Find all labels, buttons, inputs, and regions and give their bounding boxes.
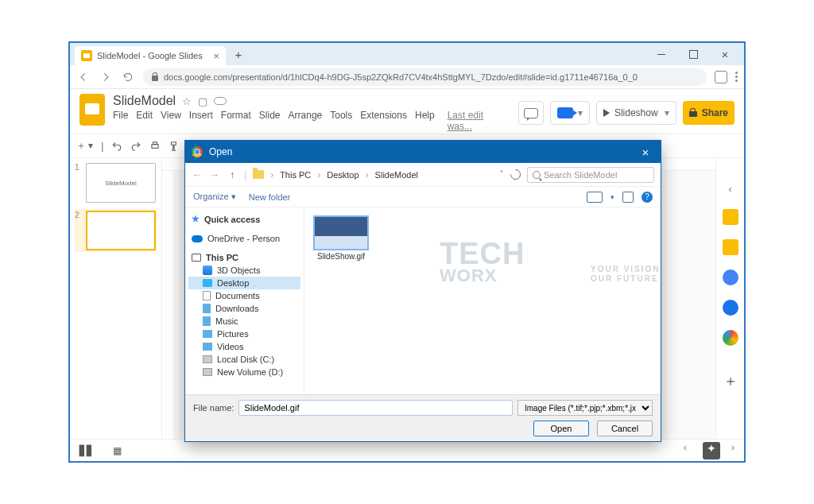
new-slide-button[interactable]: ＋ ▾ <box>76 139 93 153</box>
dialog-tree: ★Quick access OneDrive - Person This PC … <box>185 207 304 394</box>
address-bar[interactable]: docs.google.com/presentation/d/1hlCDq4-h… <box>143 68 707 86</box>
menu-tools[interactable]: Tools <box>330 110 352 132</box>
pc-icon <box>192 254 201 262</box>
new-folder-button[interactable]: New folder <box>249 192 291 202</box>
maps-icon[interactable] <box>723 330 738 346</box>
paint-format-button[interactable] <box>169 141 180 152</box>
nav-forward-button[interactable] <box>99 70 113 84</box>
menu-extensions[interactable]: Extensions <box>360 110 407 132</box>
organize-button[interactable]: Organize ▾ <box>193 192 236 202</box>
browser-toolbar: docs.google.com/presentation/d/1hlCDq4-h… <box>70 65 744 89</box>
extensions-icon[interactable] <box>715 71 727 83</box>
tree-this-pc[interactable]: This PC <box>188 251 300 264</box>
keep-icon[interactable] <box>723 239 738 255</box>
file-item[interactable]: SlideShow.gif <box>312 215 370 261</box>
meet-button[interactable]: ▾ <box>550 101 590 125</box>
calendar-icon[interactable] <box>723 209 738 225</box>
nav-back-button[interactable] <box>76 70 91 84</box>
tree-pictures[interactable]: Pictures <box>188 328 300 340</box>
redo-button[interactable] <box>130 141 141 152</box>
menu-format[interactable]: Format <box>221 110 251 132</box>
tree-quick-access[interactable]: ★Quick access <box>188 212 300 226</box>
nav-reload-button[interactable] <box>121 70 135 84</box>
folder-icon <box>203 291 211 300</box>
dialog-titlebar: Open × <box>185 141 661 163</box>
breadcrumb-item[interactable]: This PC <box>280 170 311 180</box>
hide-sidepanel-icon[interactable]: ‹ <box>729 184 732 195</box>
contacts-icon[interactable] <box>723 300 738 316</box>
menu-edit[interactable]: Edit <box>136 110 153 132</box>
dialog-toolbar: Organize ▾ New folder ▾ ? <box>185 187 661 207</box>
dialog-body: ★Quick access OneDrive - Person This PC … <box>185 207 661 394</box>
dialog-up-button[interactable]: ↑ <box>227 169 238 180</box>
dialog-back-button[interactable]: ← <box>192 169 203 180</box>
last-edit-label[interactable]: Last edit was... <box>448 110 510 132</box>
document-title[interactable]: SlideModel <box>113 94 176 108</box>
menu-slide[interactable]: Slide <box>259 110 281 132</box>
menu-arrange[interactable]: Arrange <box>289 110 323 132</box>
scroll-right-icon[interactable]: › <box>731 442 735 459</box>
slide-thumbnail-1[interactable]: 1 SlideModel <box>75 163 157 203</box>
window-close-button[interactable]: × <box>709 43 741 65</box>
file-name-input[interactable] <box>238 400 513 416</box>
refresh-icon[interactable] <box>508 167 522 181</box>
share-button[interactable]: Share <box>683 101 735 125</box>
bottom-bar: ▋▋ ▦ ‹ › <box>70 439 744 461</box>
explore-button[interactable] <box>703 442 720 459</box>
tree-desktop[interactable]: Desktop <box>188 277 300 289</box>
tree-onedrive[interactable]: OneDrive - Person <box>188 232 300 245</box>
browser-tab[interactable]: SlideModel - Google Slides × <box>75 46 226 65</box>
browser-menu-icon[interactable] <box>735 72 738 82</box>
tab-close-icon[interactable]: × <box>213 50 219 62</box>
tree-downloads[interactable]: Downloads <box>188 302 300 315</box>
slides-header: SlideModel ☆ ▢ File Edit View Insert For… <box>70 89 744 134</box>
tree-documents[interactable]: Documents <box>188 289 300 302</box>
breadcrumb-item[interactable]: SlideModel <box>375 170 418 180</box>
folder-icon <box>203 316 211 326</box>
tasks-icon[interactable] <box>723 269 738 285</box>
star-icon[interactable]: ☆ <box>182 95 192 107</box>
side-panel-right: ‹ ＋ <box>715 158 744 439</box>
menu-help[interactable]: Help <box>415 110 435 132</box>
window-maximize-button[interactable] <box>677 43 709 65</box>
tree-3d-objects[interactable]: 3D Objects <box>188 264 300 277</box>
tree-local-disk[interactable]: Local Disk (C:) <box>188 353 300 366</box>
cloud-status-icon[interactable] <box>214 97 227 105</box>
slideshow-button[interactable]: Slideshow▾ <box>596 101 676 125</box>
dialog-file-area[interactable]: SlideShow.gif TECH WORX YOUR VISION OUR … <box>304 207 661 394</box>
undo-button[interactable] <box>111 141 122 152</box>
new-tab-button[interactable]: + <box>229 48 248 61</box>
add-addon-icon[interactable]: ＋ <box>723 371 738 390</box>
lock-icon <box>151 72 159 82</box>
watermark: TECH WORX <box>440 239 525 285</box>
tree-music[interactable]: Music <box>188 315 300 328</box>
cancel-button[interactable]: Cancel <box>597 421 653 436</box>
scroll-left-icon[interactable]: ‹ <box>684 442 687 459</box>
tree-videos[interactable]: Videos <box>188 340 300 353</box>
open-button[interactable]: Open <box>533 421 589 436</box>
menu-file[interactable]: File <box>113 110 128 132</box>
print-button[interactable] <box>149 141 161 152</box>
dialog-search-input[interactable]: Search SlideModel <box>527 167 654 183</box>
menu-view[interactable]: View <box>161 110 181 132</box>
menu-insert[interactable]: Insert <box>189 110 213 132</box>
comment-icon <box>524 108 538 118</box>
help-icon[interactable]: ? <box>642 192 653 203</box>
slide-thumbnail-2[interactable]: 2 <box>75 209 157 252</box>
filmstrip-view-icon[interactable]: ▋▋ <box>79 445 94 456</box>
dialog-forward-button: → <box>209 169 220 180</box>
file-type-select[interactable]: Image Files (*.tif;*.pjp;*.xbm;*.jx <box>517 400 653 416</box>
breadcrumb-item[interactable]: Desktop <box>327 170 359 180</box>
move-folder-icon[interactable]: ▢ <box>198 95 207 107</box>
comment-history-button[interactable] <box>518 101 544 125</box>
dialog-close-button[interactable]: × <box>637 145 654 159</box>
disk-icon <box>203 368 212 376</box>
watermark-tag: YOUR VISION OUR FUTURE <box>591 265 661 284</box>
chrome-icon <box>192 146 203 157</box>
view-mode-button[interactable] <box>587 192 603 203</box>
slides-logo-icon[interactable] <box>79 94 105 126</box>
tree-new-volume[interactable]: New Volume (D:) <box>188 366 300 378</box>
window-minimize-button[interactable] <box>645 43 677 65</box>
preview-pane-button[interactable] <box>622 192 634 203</box>
grid-view-icon[interactable]: ▦ <box>113 445 122 456</box>
